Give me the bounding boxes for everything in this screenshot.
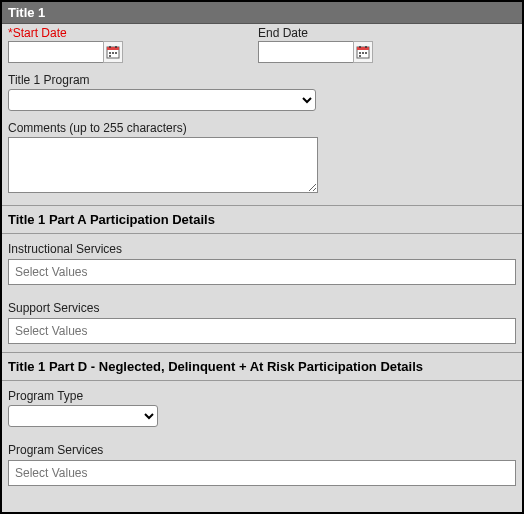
program-services-field: Program Services	[2, 435, 522, 494]
end-date-input[interactable]	[258, 41, 354, 63]
title1-window: Title 1 *Start Date End Date	[0, 0, 524, 514]
support-services-label: Support Services	[8, 301, 516, 315]
svg-rect-15	[359, 55, 361, 57]
svg-rect-7	[109, 55, 111, 57]
svg-rect-14	[365, 52, 367, 54]
program-label: Title 1 Program	[8, 73, 516, 87]
start-date-field: *Start Date	[8, 26, 258, 63]
start-date-label: *Start Date	[8, 26, 258, 40]
form-body: *Start Date End Date Title	[2, 24, 522, 494]
svg-rect-4	[109, 52, 111, 54]
comments-label: Comments (up to 255 characters)	[8, 121, 516, 135]
comments-textarea[interactable]	[8, 137, 318, 193]
program-services-input[interactable]	[8, 460, 516, 486]
svg-rect-6	[115, 52, 117, 54]
program-services-label: Program Services	[8, 443, 516, 457]
calendar-icon	[356, 45, 370, 59]
start-date-calendar-button[interactable]	[103, 41, 123, 63]
calendar-icon	[106, 45, 120, 59]
end-date-calendar-button[interactable]	[353, 41, 373, 63]
support-services-field: Support Services	[2, 293, 522, 352]
end-date-field: End Date	[258, 26, 508, 63]
instructional-services-input[interactable]	[8, 259, 516, 285]
part-d-heading: Title 1 Part D - Neglected, Delinquent +…	[2, 353, 522, 381]
instructional-services-label: Instructional Services	[8, 242, 516, 256]
date-row: *Start Date End Date	[2, 24, 522, 71]
svg-rect-1	[107, 47, 119, 50]
program-type-label: Program Type	[8, 389, 516, 403]
svg-rect-12	[359, 52, 361, 54]
svg-rect-13	[362, 52, 364, 54]
end-date-wrap	[258, 41, 508, 63]
program-type-field: Program Type	[2, 381, 522, 435]
program-type-select[interactable]	[8, 405, 158, 427]
title1-program-select[interactable]	[8, 89, 316, 111]
window-title: Title 1	[2, 2, 522, 24]
svg-rect-9	[357, 47, 369, 50]
part-a-heading: Title 1 Part A Participation Details	[2, 206, 522, 234]
comments-row: Comments (up to 255 characters)	[2, 119, 522, 205]
support-services-input[interactable]	[8, 318, 516, 344]
start-date-input[interactable]	[8, 41, 104, 63]
program-row: Title 1 Program	[2, 71, 522, 119]
svg-rect-5	[112, 52, 114, 54]
instructional-services-field: Instructional Services	[2, 234, 522, 293]
start-date-wrap	[8, 41, 258, 63]
end-date-label: End Date	[258, 26, 508, 40]
